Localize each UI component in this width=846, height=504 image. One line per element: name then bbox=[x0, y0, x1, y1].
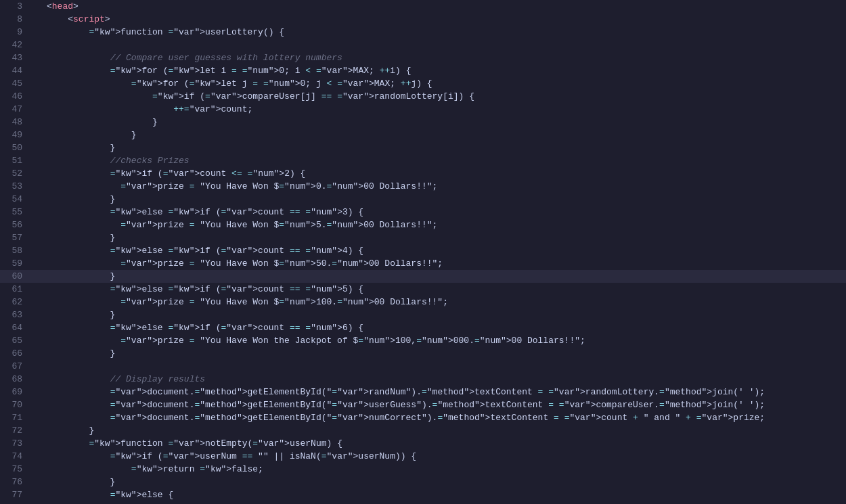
line-content: ="var">prize = "You Have Won $="num">100… bbox=[44, 296, 846, 308]
line-number: 48 bbox=[0, 117, 30, 127]
code-line: 61 ="kw">else ="kw">if (="var">count == … bbox=[0, 283, 846, 296]
code-editor: 3<head>8 <script>9 ="kw">function ="var"… bbox=[0, 0, 846, 504]
code-line: 48 } bbox=[0, 116, 846, 129]
code-line: 42 bbox=[0, 39, 846, 51]
code-line: 56 ="var">prize = "You Have Won $="num">… bbox=[0, 219, 846, 231]
code-line: 53 ="var">prize = "You Have Won $="num">… bbox=[0, 180, 846, 193]
line-number: 64 bbox=[0, 323, 30, 333]
line-content: } bbox=[44, 193, 846, 206]
line-content: ="var">prize = "You Have Won $="num">5.=… bbox=[44, 219, 846, 231]
code-line: 51 //checks Prizes bbox=[0, 154, 846, 167]
line-number: 42 bbox=[0, 40, 30, 50]
line-number: 63 bbox=[0, 310, 30, 320]
code-line: 50 } bbox=[0, 141, 846, 154]
line-number: 9 bbox=[0, 27, 30, 37]
line-number: 67 bbox=[0, 361, 30, 371]
line-number: 53 bbox=[0, 181, 30, 191]
line-content: ="kw">else ="kw">if (="var">count == ="n… bbox=[44, 244, 846, 257]
line-content: } bbox=[44, 270, 846, 283]
line-number: 70 bbox=[0, 400, 30, 410]
line-content: } bbox=[44, 141, 846, 154]
line-content: ="var">document.="method">getElementById… bbox=[44, 398, 846, 411]
line-content: } bbox=[44, 308, 846, 321]
line-content: ="var">prize = "You Have Won the Jackpot… bbox=[44, 334, 846, 347]
line-content: // Compare user guesses with lottery num… bbox=[44, 51, 846, 64]
code-line: 9 ="kw">function ="var">userLottery() { bbox=[0, 26, 846, 39]
line-number: 65 bbox=[0, 336, 30, 346]
line-content: ="kw">for (="kw">let j = ="num">0; j < =… bbox=[44, 77, 846, 90]
line-number: 54 bbox=[0, 194, 30, 204]
line-content: ="kw">for (="kw">let i = ="num">0; i < =… bbox=[44, 64, 846, 77]
line-number: 59 bbox=[0, 258, 30, 269]
code-line: 8 <script> bbox=[0, 13, 846, 26]
code-line: 66 } bbox=[0, 347, 846, 360]
code-line: 72 } bbox=[0, 424, 846, 437]
line-content: ="kw">function ="var">notEmpty(="var">us… bbox=[44, 437, 846, 450]
code-line: 63 } bbox=[0, 308, 846, 321]
line-number: 61 bbox=[0, 284, 30, 294]
line-number: 69 bbox=[0, 387, 30, 397]
code-line: 60 } bbox=[0, 270, 846, 283]
code-line: 65 ="var">prize = "You Have Won the Jack… bbox=[0, 334, 846, 347]
code-line: 45 ="kw">for (="kw">let j = ="num">0; j … bbox=[0, 77, 846, 90]
line-content: <script> bbox=[44, 13, 846, 26]
code-line: 69 ="var">document.="method">getElementB… bbox=[0, 386, 846, 398]
line-content: // Display results bbox=[44, 373, 846, 386]
line-number: 51 bbox=[0, 156, 30, 166]
line-content: ="kw">if (="var">userNum == "" || isNaN(… bbox=[44, 450, 846, 463]
line-number: 58 bbox=[0, 246, 30, 256]
line-content: ="var">document.="method">getElementById… bbox=[44, 386, 846, 398]
line-number: 3 bbox=[0, 1, 30, 12]
line-content: } bbox=[44, 424, 846, 437]
code-line: 67 bbox=[0, 360, 846, 373]
line-number: 77 bbox=[0, 490, 30, 500]
line-content: ="var">prize = "You Have Won $="num">0.=… bbox=[44, 180, 846, 193]
line-number: 50 bbox=[0, 143, 30, 153]
line-number: 49 bbox=[0, 130, 30, 140]
code-line: 70 ="var">document.="method">getElementB… bbox=[0, 398, 846, 411]
code-line: 73 ="kw">function ="var">notEmpty(="var"… bbox=[0, 437, 846, 450]
code-line: 62 ="var">prize = "You Have Won $="num">… bbox=[0, 296, 846, 308]
code-line: 76 } bbox=[0, 476, 846, 488]
line-number: 47 bbox=[0, 104, 30, 114]
line-number: 71 bbox=[0, 413, 30, 423]
line-number: 73 bbox=[0, 438, 30, 449]
line-number: 56 bbox=[0, 220, 30, 230]
line-content: ="kw">else ="kw">if (="var">count == ="n… bbox=[44, 321, 846, 334]
line-content: } bbox=[44, 231, 846, 244]
line-number: 68 bbox=[0, 374, 30, 384]
line-number: 57 bbox=[0, 233, 30, 243]
line-number: 74 bbox=[0, 451, 30, 461]
line-content: <head> bbox=[44, 0, 846, 13]
code-line: 3<head> bbox=[0, 0, 846, 13]
line-number: 8 bbox=[0, 14, 30, 24]
code-line: 71 ="var">document.="method">getElementB… bbox=[0, 411, 846, 424]
line-number: 46 bbox=[0, 91, 30, 101]
code-line: 74 ="kw">if (="var">userNum == "" || isN… bbox=[0, 450, 846, 463]
line-number: 60 bbox=[0, 271, 30, 281]
code-line: 49 } bbox=[0, 129, 846, 141]
code-line: 75 ="kw">return ="kw">false; bbox=[0, 463, 846, 476]
code-line: 58 ="kw">else ="kw">if (="var">count == … bbox=[0, 244, 846, 257]
line-content: ="kw">else ="kw">if (="var">count == ="n… bbox=[44, 283, 846, 296]
code-line: 44 ="kw">for (="kw">let i = ="num">0; i … bbox=[0, 64, 846, 77]
line-content: } bbox=[44, 476, 846, 488]
code-line: 47 ++="var">count; bbox=[0, 103, 846, 116]
code-line: 57 } bbox=[0, 231, 846, 244]
line-number: 62 bbox=[0, 297, 30, 307]
line-number: 75 bbox=[0, 464, 30, 474]
line-content: ++="var">count; bbox=[44, 103, 846, 116]
code-line: 59 ="var">prize = "You Have Won $="num">… bbox=[0, 257, 846, 270]
line-content: ="var">prize = "You Have Won $="num">50.… bbox=[44, 257, 846, 270]
line-number: 72 bbox=[0, 426, 30, 436]
line-content: ="kw">if (="var">compareUser[j] == ="var… bbox=[44, 90, 846, 103]
line-number: 76 bbox=[0, 477, 30, 487]
line-number: 44 bbox=[0, 66, 30, 76]
code-line: 43 // Compare user guesses with lottery … bbox=[0, 51, 846, 64]
code-line: 54 } bbox=[0, 193, 846, 206]
line-content: } bbox=[44, 347, 846, 360]
line-content: ="kw">if (="var">count <= ="num">2) { bbox=[44, 167, 846, 180]
code-line: 68 // Display results bbox=[0, 373, 846, 386]
line-content: } bbox=[44, 116, 846, 129]
line-content: //checks Prizes bbox=[44, 154, 846, 167]
